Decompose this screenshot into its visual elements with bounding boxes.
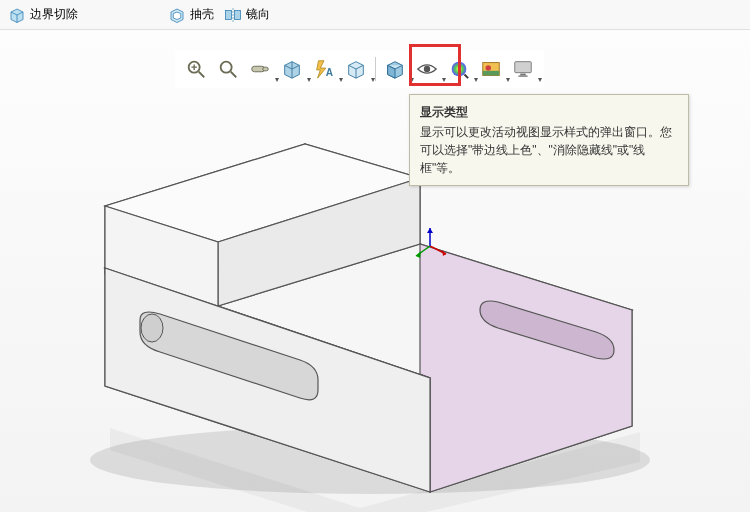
telescope-icon <box>249 58 271 80</box>
view-settings-button[interactable] <box>508 54 538 84</box>
section-view-button[interactable] <box>277 54 307 84</box>
cube-shaded-icon <box>384 58 406 80</box>
display-style-tooltip: 显示类型 显示可以更改活动视图显示样式的弹出窗口。您可以选择"带边线上色"、"消… <box>409 94 689 186</box>
edit-appearance-button[interactable] <box>444 54 474 84</box>
zoom-to-area-button[interactable] <box>213 54 243 84</box>
svg-point-21 <box>486 65 492 71</box>
orientation-cube-button[interactable] <box>341 54 371 84</box>
mirror-icon <box>224 6 242 24</box>
scene-icon <box>480 58 502 80</box>
svg-rect-16 <box>263 67 269 71</box>
lightning-a-icon: A <box>313 58 335 80</box>
cube-wire-icon <box>345 58 367 80</box>
apply-scene-button[interactable] <box>476 54 506 84</box>
tooltip-title: 显示类型 <box>420 103 678 121</box>
tooltip-body: 显示可以更改活动视图显示样式的弹出窗口。您可以选择"带边线上色"、"消除隐藏线"… <box>420 123 678 177</box>
svg-line-14 <box>231 72 237 78</box>
triad-axis-icon <box>410 226 450 266</box>
svg-line-12 <box>199 72 205 78</box>
svg-rect-22 <box>483 71 500 76</box>
view-heads-up-toolbar: A <box>175 50 544 88</box>
color-ball-icon <box>448 58 470 80</box>
shell-icon <box>168 6 186 24</box>
boundary-cut-label: 边界切除 <box>30 6 78 23</box>
magnifier-fit-icon <box>185 58 207 80</box>
cube-cut-icon <box>8 6 26 24</box>
svg-point-18 <box>424 66 430 72</box>
eye-icon <box>416 58 438 80</box>
svg-text:A: A <box>326 67 334 78</box>
section-icon <box>281 58 303 80</box>
svg-rect-23 <box>515 62 532 73</box>
svg-rect-25 <box>518 75 527 76</box>
previous-view-button[interactable] <box>245 54 275 84</box>
shell-button[interactable]: 抽壳 <box>168 6 214 24</box>
boundary-cut-button[interactable]: 边界切除 <box>8 6 78 24</box>
display-style-button[interactable] <box>380 54 410 84</box>
svg-point-13 <box>221 62 232 73</box>
svg-point-4 <box>141 314 163 342</box>
monitor-icon <box>512 58 534 80</box>
svg-point-19 <box>452 62 467 77</box>
magnifier-icon <box>217 58 239 80</box>
shell-label: 抽壳 <box>190 6 214 23</box>
view-orientation-button[interactable]: A <box>309 54 339 84</box>
svg-marker-8 <box>427 228 433 233</box>
zoom-to-fit-button[interactable] <box>181 54 211 84</box>
svg-rect-24 <box>520 74 526 76</box>
svg-rect-1 <box>235 10 241 19</box>
toolbar-separator <box>375 57 376 81</box>
svg-rect-0 <box>226 10 232 19</box>
mirror-label: 镜向 <box>246 6 270 23</box>
svg-marker-10 <box>416 251 421 258</box>
hide-show-items-button[interactable] <box>412 54 442 84</box>
mirror-button[interactable]: 镜向 <box>224 6 270 24</box>
